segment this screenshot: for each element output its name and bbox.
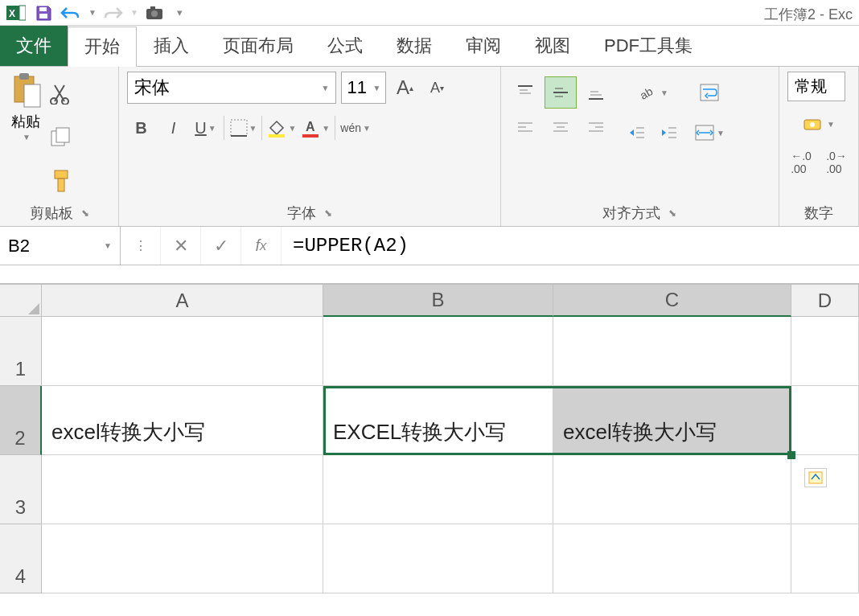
- cell[interactable]: [791, 524, 859, 593]
- increase-indent-icon[interactable]: [656, 117, 683, 149]
- align-top-icon[interactable]: [509, 76, 541, 109]
- cell[interactable]: [42, 524, 323, 593]
- group-font: 宋体▼ 11▼ A▴ A▾ B I U▼ ▼ ▼ A▼ wén▼ 字体⬊: [119, 67, 501, 226]
- cell[interactable]: [553, 317, 791, 386]
- undo-icon[interactable]: [60, 3, 82, 23]
- window-title: 工作簿2 - Exc: [764, 5, 853, 24]
- font-launcher[interactable]: ⬊: [324, 207, 332, 219]
- ribbon-tabs: 文件 开始 插入 页面布局 公式 数据 审阅 视图 PDF工具集: [0, 26, 859, 66]
- font-name-select[interactable]: 宋体▼: [127, 72, 336, 104]
- borders-button[interactable]: ▼: [229, 112, 257, 144]
- tab-review[interactable]: 审阅: [449, 26, 518, 66]
- cell[interactable]: [791, 317, 859, 386]
- col-header-c[interactable]: C: [553, 285, 791, 317]
- svg-rect-19: [269, 134, 285, 138]
- align-middle-icon[interactable]: [545, 76, 577, 109]
- paste-icon[interactable]: [8, 72, 43, 110]
- tab-pdf[interactable]: PDF工具集: [587, 26, 709, 66]
- col-header-d[interactable]: D: [791, 285, 859, 317]
- cell[interactable]: [553, 524, 791, 593]
- save-icon[interactable]: [32, 3, 55, 23]
- grow-font-icon[interactable]: A▴: [391, 72, 418, 104]
- clipboard-launcher[interactable]: ⬊: [81, 207, 89, 219]
- orientation-button[interactable]: ab▼: [623, 76, 683, 109]
- fx-icon[interactable]: fx: [241, 227, 282, 265]
- wrap-text-button[interactable]: [694, 76, 725, 109]
- row-header-3[interactable]: 3: [0, 455, 42, 524]
- phonetic-button[interactable]: wén▼: [340, 112, 371, 144]
- bold-button[interactable]: B: [127, 112, 154, 144]
- group-number: 常规 ▼ ←.0.00 .0→.00 数字: [779, 67, 859, 226]
- increase-decimal-icon[interactable]: .0→.00: [823, 146, 850, 179]
- svg-text:A: A: [306, 120, 315, 133]
- row-header-2[interactable]: 2: [0, 386, 42, 455]
- group-alignment: ab▼ ▼ 对齐方式⬊: [501, 67, 779, 226]
- svg-text:ab: ab: [638, 84, 656, 102]
- qat-customize[interactable]: ▾: [177, 6, 183, 18]
- tab-home[interactable]: 开始: [68, 27, 137, 67]
- fill-color-button[interactable]: ▼: [267, 112, 296, 144]
- cell[interactable]: [323, 317, 553, 386]
- font-color-button[interactable]: A▼: [301, 112, 330, 144]
- cell-a2[interactable]: excel转换大小写: [42, 386, 323, 455]
- decrease-indent-icon[interactable]: [623, 117, 651, 149]
- undo-dropdown[interactable]: ▼: [88, 8, 97, 17]
- format-painter-icon[interactable]: [50, 169, 72, 193]
- paste-label[interactable]: 粘贴: [11, 112, 40, 131]
- paste-dropdown[interactable]: ▼: [23, 133, 31, 142]
- cell[interactable]: [323, 524, 553, 593]
- align-launcher[interactable]: ⬊: [668, 207, 676, 219]
- tab-insert[interactable]: 插入: [137, 26, 206, 66]
- svg-rect-9: [19, 73, 29, 80]
- camera-icon[interactable]: [143, 3, 166, 23]
- copy-icon[interactable]: [50, 126, 72, 147]
- col-header-a[interactable]: A: [42, 285, 323, 317]
- currency-button[interactable]: ▼: [787, 108, 850, 140]
- svg-point-6: [151, 10, 158, 17]
- redo-icon[interactable]: [101, 3, 124, 23]
- cell[interactable]: [791, 455, 859, 524]
- align-right-icon[interactable]: [580, 112, 612, 144]
- name-box[interactable]: B2▼: [0, 227, 121, 265]
- cell[interactable]: [791, 386, 859, 455]
- cell[interactable]: [42, 317, 323, 386]
- enter-icon[interactable]: ✓: [201, 227, 241, 265]
- svg-point-50: [810, 122, 815, 127]
- tab-formula[interactable]: 公式: [310, 26, 380, 66]
- svg-rect-47: [701, 84, 718, 101]
- font-size-select[interactable]: 11▼: [341, 72, 386, 104]
- select-all-corner[interactable]: [0, 285, 42, 317]
- cell-c2[interactable]: excel转换大小写: [553, 386, 791, 455]
- row-header-1[interactable]: 1: [0, 317, 42, 386]
- underline-button[interactable]: U▼: [191, 112, 219, 144]
- svg-rect-7: [150, 6, 155, 10]
- tab-layout[interactable]: 页面布局: [206, 26, 310, 66]
- tab-file[interactable]: 文件: [0, 26, 68, 66]
- tab-view[interactable]: 视图: [518, 26, 587, 66]
- formula-input[interactable]: =UPPER(A2): [282, 227, 859, 265]
- shrink-font-icon[interactable]: A▾: [423, 72, 450, 104]
- autofill-options-icon[interactable]: [804, 468, 827, 487]
- col-header-b[interactable]: B: [323, 285, 553, 317]
- formula-bar: B2▼ ⋮ ✕ ✓ fx =UPPER(A2): [0, 227, 859, 265]
- svg-rect-4: [39, 14, 47, 18]
- formula-menu-icon[interactable]: ⋮: [121, 227, 161, 265]
- italic-button[interactable]: I: [159, 112, 187, 144]
- merge-button[interactable]: ▼: [694, 117, 725, 149]
- align-center-icon[interactable]: [545, 112, 577, 144]
- cell[interactable]: [42, 455, 323, 524]
- tab-data[interactable]: 数据: [380, 26, 449, 66]
- number-format-select[interactable]: 常规: [787, 72, 845, 101]
- redo-dropdown[interactable]: ▼: [130, 8, 138, 17]
- align-left-icon[interactable]: [509, 112, 541, 144]
- decrease-decimal-icon[interactable]: ←.0.00: [787, 146, 815, 179]
- cell[interactable]: [553, 455, 791, 524]
- row-header-4[interactable]: 4: [0, 524, 42, 593]
- cancel-icon[interactable]: ✕: [161, 227, 201, 265]
- svg-rect-14: [56, 128, 69, 142]
- cell-b2[interactable]: EXCEL转换大小写: [323, 386, 553, 455]
- cell[interactable]: [323, 455, 553, 524]
- align-bottom-icon[interactable]: [580, 76, 612, 109]
- fill-handle[interactable]: [787, 451, 795, 459]
- cut-icon[interactable]: [50, 84, 72, 105]
